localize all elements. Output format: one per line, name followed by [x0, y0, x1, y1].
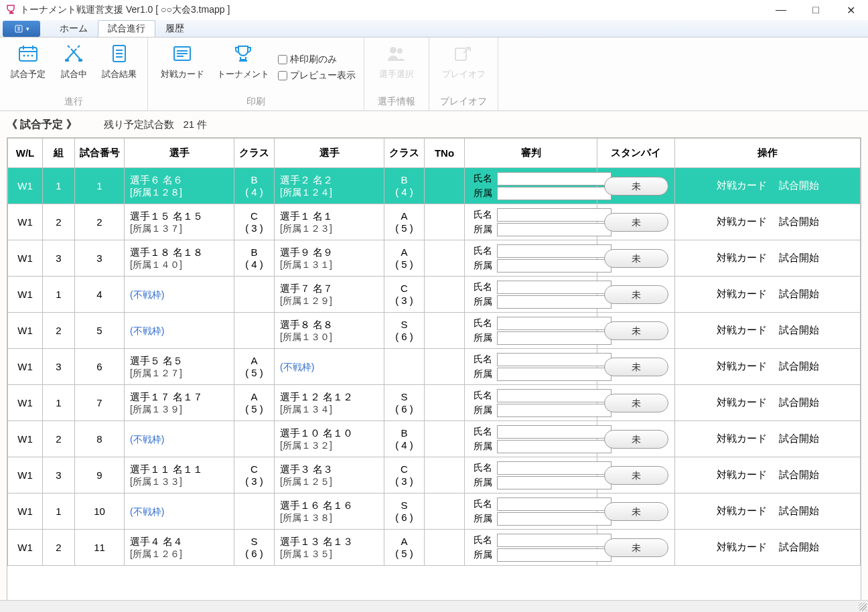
standby-button[interactable]: 未 [604, 213, 668, 232]
table-row[interactable]: W133選手１８ 名１８[所属１４０]B( 4 )選手９ 名９[所属１３１]A(… [8, 240, 861, 277]
judge-affil-input[interactable] [497, 259, 611, 273]
judge-name-input[interactable] [497, 317, 611, 330]
table-row[interactable]: W136選手５ 名５[所属１２７]A( 5 )(不戦枠)氏名所属未対戦カード試合… [8, 349, 861, 385]
close-button[interactable]: ✕ [839, 4, 863, 17]
table-row[interactable]: W139選手１１ 名１１[所属１３３]C( 3 )選手３ 名３[所属１２５]C(… [8, 457, 861, 493]
ribbon-results-button[interactable]: 試合結果 [99, 42, 139, 93]
judge-name-input[interactable] [497, 498, 611, 511]
op-start-link[interactable]: 試合開始 [779, 216, 819, 227]
bye-label: (不戦枠) [280, 362, 314, 372]
calendar-icon [17, 42, 39, 66]
judge-affil-input[interactable] [497, 223, 611, 236]
op-matchcard-link[interactable]: 対戦カード [717, 469, 767, 480]
table-row[interactable]: W114(不戦枠)選手７ 名７[所属１２９]C( 3 )氏名所属未対戦カード試合… [8, 277, 861, 313]
op-matchcard-link[interactable]: 対戦カード [717, 433, 767, 444]
cell-wl: W1 [8, 421, 43, 457]
judge-affil-input[interactable] [497, 295, 611, 309]
op-matchcard-link[interactable]: 対戦カード [717, 541, 767, 552]
judge-name-input[interactable] [497, 208, 611, 222]
table-row[interactable]: W117選手１７ 名１７[所属１３９]A( 5 )選手１２ 名１２[所属１３４]… [8, 385, 861, 421]
op-start-link[interactable]: 試合開始 [779, 324, 819, 335]
standby-button[interactable]: 未 [604, 394, 668, 412]
checkbox-preview[interactable]: プレビュー表示 [278, 70, 356, 82]
judge-cell: 氏名所属 [465, 457, 597, 493]
op-matchcard-link[interactable]: 対戦カード [717, 360, 767, 372]
judge-name-input[interactable] [497, 353, 611, 366]
op-matchcard-link[interactable]: 対戦カード [717, 505, 767, 516]
table-row[interactable]: W111選手６ 名６[所属１２８]B( 4 )選手２ 名２[所属１２４]B( 4… [8, 168, 861, 204]
judge-affil-input[interactable] [497, 187, 611, 200]
th-judge: 審判 [465, 139, 597, 168]
judge-affil-input[interactable] [497, 512, 611, 526]
ribbon-schedule-button[interactable]: 試合予定 [8, 42, 48, 93]
op-matchcard-link[interactable]: 対戦カード [717, 252, 767, 263]
table-row[interactable]: W1110(不戦枠)選手１６ 名１６[所属１３８]S( 6 )氏名所属未対戦カー… [8, 493, 861, 530]
cell-num: 7 [75, 385, 125, 421]
op-start-link[interactable]: 試合開始 [779, 541, 819, 552]
minimize-button[interactable]: — [769, 4, 793, 17]
op-start-link[interactable]: 試合開始 [779, 179, 819, 191]
judge-cell: 氏名所属 [465, 530, 597, 566]
op-matchcard-link[interactable]: 対戦カード [717, 179, 767, 191]
judge-affil-input[interactable] [497, 368, 611, 381]
judge-name-input[interactable] [497, 425, 611, 439]
op-matchcard-link[interactable]: 対戦カード [717, 288, 767, 299]
cell-tno [425, 421, 465, 457]
standby-button[interactable]: 未 [604, 249, 668, 268]
judge-cell: 氏名所属 [465, 204, 597, 240]
op-start-link[interactable]: 試合開始 [779, 360, 819, 372]
judge-affil-input[interactable] [497, 331, 611, 345]
resize-grip[interactable] [859, 603, 867, 611]
table-row[interactable]: W125(不戦枠)選手８ 名８[所属１３０]S( 6 )氏名所属未対戦カード試合… [8, 313, 861, 349]
judge-affil-input[interactable] [497, 404, 611, 417]
tab-match-progress[interactable]: 試合進行 [98, 20, 155, 37]
judge-name-input[interactable] [497, 461, 611, 475]
cell-tno [425, 349, 465, 385]
standby-button[interactable]: 未 [604, 321, 668, 340]
judge-name-input[interactable] [497, 281, 611, 294]
table-row[interactable]: W122選手１５ 名１５[所属１３７]C( 3 )選手１ 名１[所属１２３]A(… [8, 204, 861, 240]
cell-num: 4 [75, 277, 125, 313]
op-matchcard-link[interactable]: 対戦カード [717, 396, 767, 408]
ribbon-tournament-button[interactable]: トーナメント [214, 42, 273, 93]
standby-button[interactable]: 未 [604, 430, 668, 449]
ribbon-playoff-button: プレイオフ [437, 42, 490, 93]
tab-history[interactable]: 履歴 [155, 20, 194, 37]
judge-affil-input[interactable] [497, 476, 611, 489]
op-start-link[interactable]: 試合開始 [779, 252, 819, 263]
op-start-link[interactable]: 試合開始 [779, 396, 819, 408]
ribbon-group-label-progress: 進行 [8, 93, 139, 108]
svg-point-4 [31, 55, 33, 57]
file-menu-button[interactable]: ▾ [3, 21, 40, 37]
standby-button[interactable]: 未 [604, 502, 668, 521]
ribbon: 試合予定 試合中 試合結果 進行 対戦カード トーナメント 枠印 [0, 37, 868, 111]
judge-cell: 氏名所属 [465, 493, 597, 530]
op-start-link[interactable]: 試合開始 [779, 505, 819, 516]
op-matchcard-link[interactable]: 対戦カード [717, 324, 767, 335]
judge-name-input[interactable] [497, 172, 611, 185]
cell-num: 1 [75, 168, 125, 204]
judge-affil-input[interactable] [497, 440, 611, 453]
op-start-link[interactable]: 試合開始 [779, 469, 819, 480]
standby-button[interactable]: 未 [604, 177, 668, 196]
standby-button[interactable]: 未 [604, 358, 668, 376]
section-header: 《 試合予定 》 残り予定試合数 21 件 [7, 118, 861, 132]
judge-name-input[interactable] [497, 389, 611, 402]
table-row[interactable]: W1211選手４ 名４[所属１２６]S( 6 )選手１３ 名１３[所属１３５]A… [8, 530, 861, 566]
op-matchcard-link[interactable]: 対戦カード [717, 216, 767, 227]
tab-home[interactable]: ホーム [50, 20, 98, 37]
maximize-button[interactable]: □ [804, 4, 828, 17]
standby-button[interactable]: 未 [604, 538, 668, 557]
judge-name-input[interactable] [497, 244, 611, 258]
op-start-link[interactable]: 試合開始 [779, 288, 819, 299]
ribbon-inprogress-button[interactable]: 試合中 [54, 42, 94, 93]
checkbox-frame-only[interactable]: 枠印刷のみ [278, 54, 356, 66]
standby-button[interactable]: 未 [604, 285, 668, 304]
op-start-link[interactable]: 試合開始 [779, 433, 819, 444]
standby-button[interactable]: 未 [604, 466, 668, 485]
table-row[interactable]: W128(不戦枠)選手１０ 名１０[所属１３２]B( 4 )氏名所属未対戦カード… [8, 421, 861, 457]
judge-name-input[interactable] [497, 534, 611, 547]
ribbon-matchcard-button[interactable]: 対戦カード [156, 42, 208, 93]
judge-affil-input[interactable] [497, 548, 611, 562]
cell-kumi: 3 [43, 457, 75, 493]
